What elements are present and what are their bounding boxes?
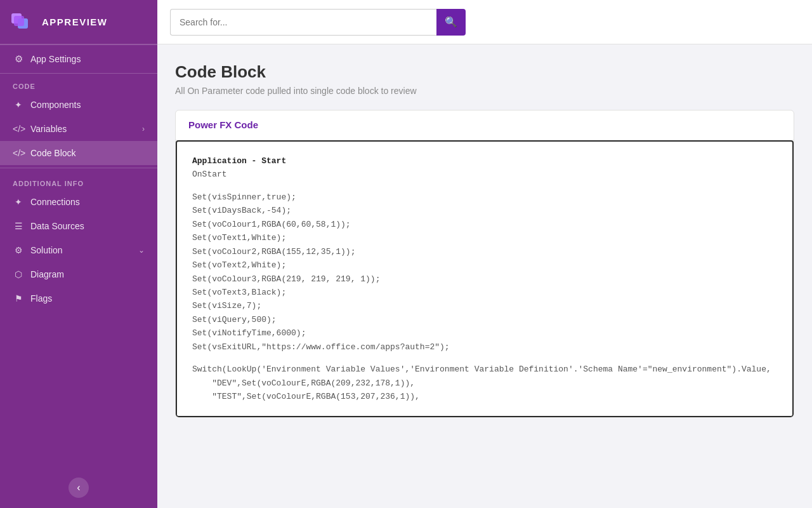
- code-line: Set(voText3,Black);: [192, 286, 777, 299]
- sidebar-section-additional: ADDITIONAL INFO: [0, 171, 157, 190]
- code-line: Set(voColour3,RGBA(219, 219, 219, 1));: [192, 272, 777, 286]
- code-line: Set(viNotifyTime,6000);: [192, 326, 777, 340]
- code-line: Set(voText2,White);: [192, 258, 777, 272]
- page-subtitle: All On Parameter code pulled into single…: [175, 86, 794, 96]
- main-content: Code Block All On Parameter code pulled …: [157, 44, 812, 508]
- code-line: Set(vsExitURL,"https://www.office.com/ap…: [192, 340, 777, 354]
- connections-icon: ✦: [13, 197, 24, 207]
- code-block-icon: </>: [13, 148, 24, 158]
- sidebar-item-code-block[interactable]: </> Code Block: [0, 141, 157, 165]
- code-line: Set(viDaysBack,-54);: [192, 204, 777, 217]
- code-line: Set(voText1,White);: [192, 231, 777, 244]
- sidebar-item-connections[interactable]: ✦ Connections: [0, 190, 157, 214]
- sidebar-item-label: Components: [30, 100, 81, 110]
- search-container: 🔍: [170, 9, 466, 36]
- card-header-title: Power FX Code: [188, 119, 258, 130]
- sidebar: ⚙ App Settings CODE ✦ Components </> Var…: [0, 44, 157, 508]
- diagram-icon: ⬡: [13, 269, 24, 279]
- sidebar-item-solution[interactable]: ⚙ Solution ⌄: [0, 238, 157, 262]
- code-line: Set(viSize,7);: [192, 299, 777, 312]
- chevron-down-icon: ⌄: [138, 246, 145, 255]
- data-sources-icon: ☰: [13, 221, 24, 231]
- sidebar-collapse-button[interactable]: ‹: [69, 478, 89, 498]
- code-card: Power FX Code Application - Start OnStar…: [175, 110, 794, 418]
- sidebar-item-label: Connections: [30, 197, 80, 207]
- collapse-icon: ‹: [77, 482, 80, 493]
- settings-icon: ⚙: [13, 53, 24, 65]
- sidebar-item-variables[interactable]: </> Variables ›: [0, 117, 157, 141]
- code-line: Switch(LookUp('Environment Variable Valu…: [192, 363, 777, 376]
- code-line: "TEST",Set(voColourE,RGBA(153,207,236,1)…: [192, 390, 777, 403]
- variables-icon: </>: [13, 124, 24, 134]
- sidebar-item-app-settings[interactable]: ⚙ App Settings: [0, 45, 157, 73]
- code-line: Set(voColour1,RGBA(60,60,58,1));: [192, 218, 777, 231]
- code-line: Set(viQuery,500);: [192, 313, 777, 326]
- sidebar-item-label: Data Sources: [30, 221, 84, 231]
- page-title: Code Block: [175, 62, 794, 82]
- code-block[interactable]: Application - Start OnStart Set(visSpinn…: [176, 140, 794, 417]
- sidebar-item-label: Solution: [30, 245, 63, 255]
- svg-rect-2: [14, 16, 24, 26]
- code-section-title: Application - Start: [192, 156, 286, 166]
- code-line: Set(voColour2,RGBA(155,12,35,1));: [192, 245, 777, 258]
- card-header: Power FX Code: [176, 110, 794, 140]
- app-name: APPREVIEW: [42, 17, 108, 27]
- code-trigger: OnStart: [192, 170, 227, 179]
- sidebar-item-label: Diagram: [30, 269, 64, 279]
- search-icon: 🔍: [445, 16, 457, 28]
- sidebar-item-components[interactable]: ✦ Components: [0, 93, 157, 117]
- flags-icon: ⚑: [13, 293, 24, 304]
- components-icon: ✦: [13, 100, 24, 110]
- code-line: "DEV",Set(voColourE,RGBA(209,232,178,1))…: [192, 377, 777, 390]
- sidebar-item-label: App Settings: [30, 54, 81, 64]
- search-button[interactable]: 🔍: [436, 9, 466, 36]
- code-line: Set(visSpinner,true);: [192, 190, 777, 204]
- sidebar-item-data-sources[interactable]: ☰ Data Sources: [0, 214, 157, 238]
- sidebar-item-label: Code Block: [30, 148, 76, 158]
- chevron-right-icon: ›: [142, 124, 145, 133]
- logo-icon: [10, 8, 36, 36]
- sidebar-item-flags[interactable]: ⚑ Flags: [0, 286, 157, 311]
- sidebar-item-diagram[interactable]: ⬡ Diagram: [0, 262, 157, 286]
- search-input[interactable]: [170, 9, 436, 36]
- sidebar-section-code: CODE: [0, 74, 157, 93]
- sidebar-item-label: Flags: [30, 293, 52, 304]
- solution-icon: ⚙: [13, 245, 24, 255]
- sidebar-item-label: Variables: [30, 124, 67, 134]
